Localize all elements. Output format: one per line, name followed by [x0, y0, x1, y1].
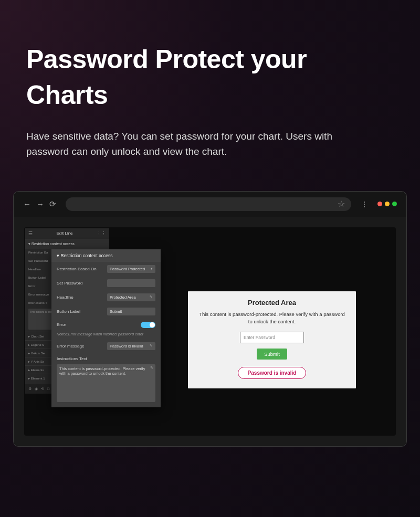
- sidebar-section-header[interactable]: ▾ Restriction content access: [25, 239, 109, 249]
- password-input[interactable]: [107, 279, 155, 287]
- grid-icon[interactable]: ⋮⋮: [97, 231, 106, 236]
- instructions-label: Instructions Text: [57, 356, 155, 361]
- star-icon[interactable]: ☆: [338, 199, 345, 209]
- password-label: Set Password: [57, 281, 107, 286]
- restriction-label: Restriction Based On: [57, 267, 107, 271]
- sidebar-title: Edit Line: [56, 231, 72, 236]
- headline-label: Headline: [57, 295, 107, 300]
- sidebar-row-label: Headline: [28, 268, 41, 272]
- preview-title: Protected Area: [197, 299, 346, 307]
- restriction-select[interactable]: Password Protected: [107, 265, 155, 273]
- footer-icon[interactable]: ◉: [35, 387, 38, 391]
- password-preview-input[interactable]: Enter Password: [240, 332, 304, 343]
- error-notice: Notice:Error message when incorrect pass…: [51, 331, 161, 339]
- error-toggle[interactable]: [141, 322, 155, 328]
- settings-panel: ▾ Restriction content access Restriction…: [51, 249, 161, 407]
- error-message-label: Error message: [57, 344, 107, 349]
- browser-toolbar: ← → ⟳ ☆ ⋮: [14, 192, 406, 217]
- panel-header[interactable]: ▾ Restriction content access: [51, 249, 161, 262]
- browser-menu-icon[interactable]: ⋮: [361, 200, 368, 208]
- traffic-maximize-icon[interactable]: [392, 202, 397, 206]
- button-label-label: Button Label: [57, 309, 107, 314]
- browser-frame: ← → ⟳ ☆ ⋮ ☰ Edit Line ⋮⋮ ▾ Restriction c…: [13, 191, 407, 447]
- preview-card: Protected Area This content is password-…: [188, 291, 356, 389]
- button-label-input[interactable]: Submit: [107, 308, 155, 315]
- error-toggle-label: Error: [57, 322, 141, 327]
- traffic-close-icon[interactable]: [377, 202, 382, 206]
- footer-icon[interactable]: ⚙: [28, 387, 32, 391]
- back-button[interactable]: ←: [23, 199, 31, 209]
- hero-description: Have sensitive data? You can set passwor…: [26, 129, 362, 160]
- instructions-textarea[interactable]: This content is password-protected. Plea…: [57, 364, 155, 402]
- sidebar-row-label: Instructions T: [28, 301, 47, 304]
- error-pill: Password is invalid: [238, 367, 307, 379]
- url-bar[interactable]: ☆: [66, 197, 351, 211]
- sidebar-row-label: Button Label: [28, 276, 46, 280]
- sidebar-row-label: Error: [28, 284, 35, 289]
- menu-icon[interactable]: ☰: [28, 231, 33, 236]
- sidebar-row-label: Set Password: [28, 259, 48, 263]
- reload-button[interactable]: ⟳: [49, 199, 56, 209]
- forward-button[interactable]: →: [36, 199, 44, 209]
- traffic-minimize-icon[interactable]: [385, 202, 390, 206]
- error-message-input[interactable]: Password is invalid: [107, 342, 155, 350]
- sidebar-row-label: Restriction Ba: [28, 251, 48, 255]
- footer-icon[interactable]: □: [47, 387, 49, 391]
- preview-description: This content is password-protected. Plea…: [197, 311, 346, 326]
- headline-input[interactable]: Protected Area: [107, 293, 155, 301]
- footer-icon[interactable]: ⟲: [41, 387, 44, 391]
- sidebar-row-label: Error message: [28, 293, 49, 297]
- hero-title: Password Protect your Charts: [26, 42, 394, 113]
- submit-button[interactable]: Submit: [257, 349, 287, 360]
